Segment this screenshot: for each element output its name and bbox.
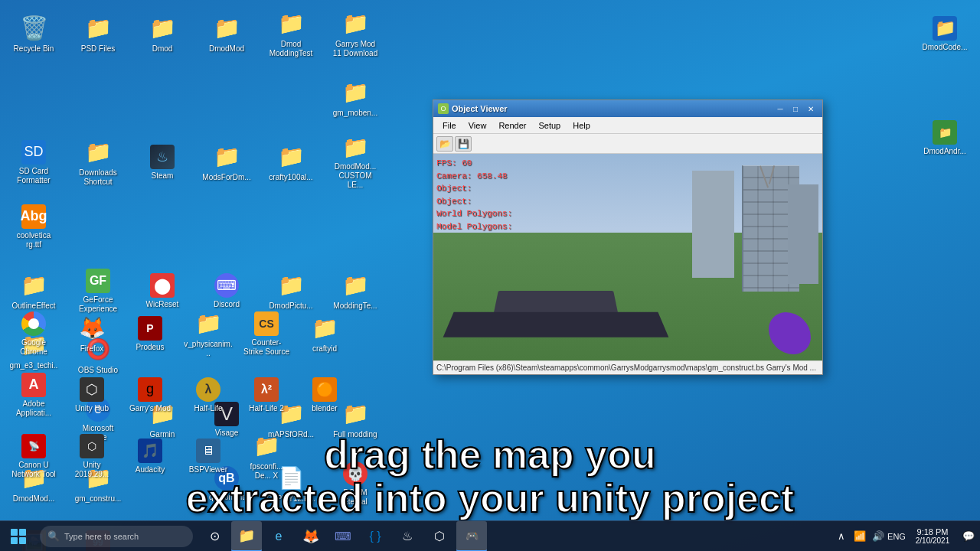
- desktop-icon-half-life1[interactable]: λ Half-Life: [181, 367, 236, 422]
- desktop-icon-craftyid[interactable]: 📁 craftyid: [297, 306, 352, 361]
- fpscontfi-icon: 📁: [253, 432, 280, 460]
- taskbar-search[interactable]: 🔍 Type here to search: [40, 526, 193, 547]
- system-clock[interactable]: 9:18 PM 2/10/2021: [906, 521, 959, 552]
- desktop-icon-dmod-modding-test[interactable]: 📁 Dmod ModdingTest: [263, 6, 318, 61]
- desktop-icon-dmodmod[interactable]: 📁 DmodMod: [199, 6, 254, 61]
- start-button[interactable]: [0, 521, 37, 552]
- taskbar-steam[interactable]: ♨: [392, 521, 423, 552]
- desktop-icon-garrys-mod[interactable]: 📁 Garrys Mod 11 Download: [328, 6, 383, 61]
- tray-volume[interactable]: 🔊: [870, 521, 887, 552]
- desktop-icon-dmodmod-custom[interactable]: 📁 DmodMod... CUSTOM LE...: [328, 135, 383, 190]
- taskbar-vscode[interactable]: { }: [360, 521, 390, 552]
- desktop-icon-sd-card[interactable]: SD SD Card Formatter: [6, 135, 61, 190]
- clock-time: 9:18 PM: [917, 527, 949, 536]
- menu-render[interactable]: Render: [492, 119, 532, 132]
- taskbar-edge[interactable]: e: [263, 521, 294, 552]
- maximize-button[interactable]: □: [789, 103, 802, 114]
- half-life1-label: Half-Life: [194, 404, 222, 413]
- desktop-icon-counter-strike[interactable]: CS Counter-Strike Source: [239, 306, 294, 361]
- audacity-icon: 🎵: [138, 439, 162, 463]
- window-title-area: O Object Viewer: [438, 103, 508, 114]
- taskbar-object-viewer[interactable]: 🎮: [456, 521, 487, 552]
- taskbar-firefox[interactable]: 🦊: [296, 521, 326, 552]
- desktop-icon-empty8: [199, 199, 254, 254]
- hud-camera: Camera: 658.48: [436, 170, 512, 183]
- desktop-icon-google-chrome[interactable]: Google Chrome: [6, 306, 61, 361]
- canon-icon: 📡: [21, 434, 46, 458]
- fpscontfi-label: fpsconfi... De... X: [242, 462, 291, 481]
- desktop-icon-recycle-bin[interactable]: 🗑️ Recycle Bin: [6, 6, 61, 61]
- statusbar-text: C:\Program Files (x86)\Steam\steamapps\c…: [436, 364, 816, 372]
- v-physi-label: v_physicanim...: [184, 340, 233, 358]
- tray-network[interactable]: 📶: [851, 521, 868, 552]
- desktop-icon-dmodcode[interactable]: 📁 DmodCode...: [917, 6, 972, 61]
- desktop-icon-gm-moben[interactable]: 📁 gm_moben...: [328, 70, 383, 126]
- desktop-icon-steam[interactable]: ♨ Steam: [135, 135, 190, 190]
- system-tray: ∧ 📶 🔊 ENG 9:18 PM 2/10/2021 💬: [833, 521, 980, 552]
- qbittorrent-label: qBittorrent: [209, 493, 244, 502]
- toolbar-save-btn[interactable]: 💾: [455, 136, 472, 152]
- close-button[interactable]: ✕: [804, 103, 818, 114]
- adobe-icon: A: [21, 373, 46, 397]
- minimize-button[interactable]: ─: [773, 103, 787, 114]
- desktop-icon-mods-for-dm[interactable]: 📁 ModsForDm...: [199, 135, 254, 190]
- desktop-icon-v-physi[interactable]: 📁 v_physicanim...: [181, 306, 236, 361]
- menu-setup[interactable]: Setup: [532, 119, 567, 132]
- object-viewer-window: O Object Viewer ─ □ ✕ File View Render S…: [433, 99, 823, 375]
- desktop-icon-crafty100[interactable]: 📁 crafty100al...: [263, 135, 318, 190]
- desktop-icon-half-life2[interactable]: λ² Half-Life 2: [239, 367, 294, 422]
- logo-sq1: [11, 529, 18, 536]
- desktop-icon-downloads[interactable]: 📁 Downloads Shortcut: [70, 135, 126, 190]
- desktop-icon-garrys-mod2[interactable]: g Garry's Mod: [122, 367, 178, 422]
- tray-expand[interactable]: ∧: [833, 521, 850, 552]
- window-app-icon: O: [438, 103, 449, 114]
- hud-fps: FPS: 60: [436, 157, 512, 170]
- logo-sq3: [11, 537, 18, 544]
- gm-moben-label: gm_moben...: [333, 109, 377, 118]
- search-placeholder: Type here to search: [64, 532, 139, 541]
- hud-model-poly: Model Polygons:: [436, 220, 512, 233]
- steam-label: Steam: [152, 171, 174, 181]
- menu-file[interactable]: File: [436, 119, 462, 132]
- unity-hub-label: Unity Hub: [75, 404, 109, 413]
- sd-card-label: SD Card Formatter: [9, 167, 58, 185]
- taskbar-file-explorer[interactable]: 📁: [231, 521, 262, 552]
- desktop-icon-adobe[interactable]: A Adobe Applicati...: [6, 367, 61, 422]
- taskbar-discord[interactable]: ⌨: [328, 521, 358, 552]
- dmod-andr-icon: 📁: [933, 120, 957, 145]
- menu-view[interactable]: View: [462, 119, 493, 132]
- dmodcode-icon: 📁: [933, 16, 957, 41]
- right-icons: 📁 DmodCode... 📁 DmodAndr...: [911, 0, 980, 171]
- window-viewport[interactable]: FPS: 60 Camera: 658.48 Object: Object: W…: [433, 154, 822, 360]
- desktop-icon-canon[interactable]: 📡 Canon U Network Tool: [6, 429, 61, 484]
- desktop-icon-doom[interactable]: 💀 DOOM Eternal: [328, 456, 383, 511]
- downloads-icon: 📁: [84, 139, 112, 166]
- tray-input-lang[interactable]: ENG: [888, 521, 905, 552]
- outline-effect-icon: 📁: [20, 272, 47, 299]
- tray-notifications[interactable]: 💬: [960, 521, 977, 552]
- desktop-icon-unity-2019[interactable]: ⬡ Unity 2019.29...: [64, 429, 119, 484]
- menu-help[interactable]: Help: [567, 119, 596, 132]
- desktop-icon-coolvetica[interactable]: Abg coolvetica rg.ttf: [6, 199, 61, 254]
- desktop-icon-fpscontfi[interactable]: 📁 fpsconfi... De... X: [239, 429, 294, 484]
- desktop-icon-dmododandr[interactable]: 📁 DmodAndr...: [917, 110, 972, 165]
- desktop-icon-unity-hub[interactable]: ⬡ Unity Hub: [64, 367, 119, 422]
- unity-hub-icon: ⬡: [80, 377, 104, 402]
- dmodmod-custom-icon: 📁: [341, 135, 369, 160]
- desktop-icon-bspviewer[interactable]: 🖥 BSPViewer: [181, 429, 236, 484]
- desktop-icon-blender[interactable]: 🟠 blender: [297, 367, 352, 422]
- desktop-icon-audacity[interactable]: 🎵 Audacity: [122, 429, 178, 484]
- taskbar-unity[interactable]: ⬡: [424, 521, 455, 552]
- sd-card-icon: SD: [21, 140, 46, 165]
- desktop-icon-firefox[interactable]: 🦊 Firefox: [64, 306, 119, 361]
- desktop-icon-psd-files[interactable]: 📁 PSD Files: [70, 6, 126, 61]
- taskbar-cortana[interactable]: ⊙: [199, 521, 230, 552]
- ctpmy-label: CTPMY12.K...: [266, 494, 315, 504]
- unity-2019-icon: ⬡: [80, 434, 104, 458]
- desktop-icon-dmod[interactable]: 📁 Dmod: [135, 6, 190, 61]
- desktop-icon-prodeus[interactable]: P Prodeus: [122, 306, 178, 361]
- half-life1-icon: λ: [196, 377, 220, 402]
- building-small: [788, 184, 818, 284]
- toolbar-open-btn[interactable]: 📂: [436, 136, 453, 152]
- google-chrome-icon: [21, 311, 46, 336]
